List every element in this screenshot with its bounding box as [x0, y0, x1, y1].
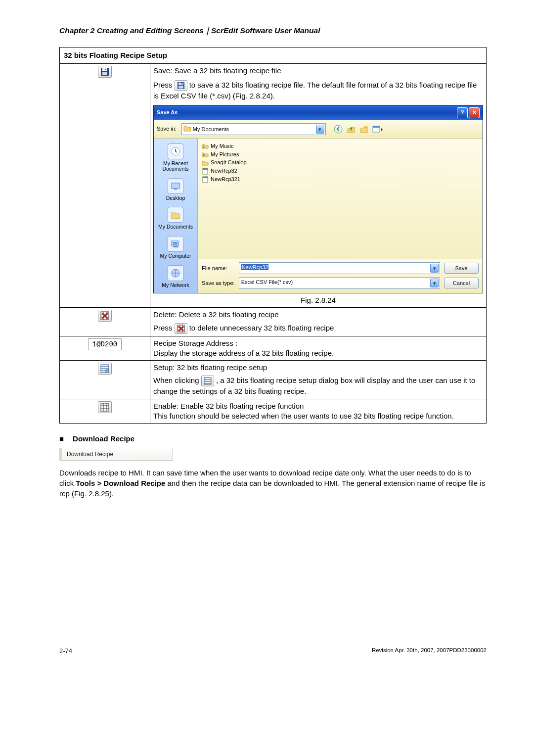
setup-icon-cell	[60, 361, 150, 399]
save-icon-cell	[60, 64, 150, 308]
svg-rect-3	[105, 69, 106, 70]
dialog-toolbar: Save in: My Documents ▾	[154, 120, 483, 139]
close-button[interactable]: ✕	[469, 107, 480, 118]
enable-grid-icon	[98, 401, 112, 413]
save-press: Press	[153, 81, 175, 89]
enable-icon-cell	[60, 399, 150, 424]
list-item[interactable]: NewRcp32	[202, 167, 479, 175]
place-network[interactable]: My Network	[157, 263, 194, 290]
enable-line2: This function should be selected when th…	[153, 411, 483, 421]
save-after: to save a 32 bits floating recipe file. …	[153, 81, 477, 100]
filename-field[interactable]: NewRcp32 ▾	[239, 262, 440, 274]
setup-before: When clicking	[153, 376, 201, 384]
list-item[interactable]: SnagIt Catalog	[202, 159, 479, 166]
enable-desc-cell: Enable: Enable 32 bits floating recipe f…	[150, 399, 487, 424]
delete-after: to delete unnecessary 32 bits floating r…	[189, 324, 336, 332]
page-footer: 2-74 Revision Apr. 30th, 2007, 2007PDD23…	[59, 647, 487, 655]
download-section-title: ■Download Recipe	[59, 434, 487, 443]
setup-sheet-icon	[98, 363, 112, 375]
page-number: 2-74	[59, 647, 72, 655]
delete-grid-icon	[175, 323, 187, 334]
svg-rect-1	[102, 68, 107, 71]
download-recipe-menu-item[interactable]: Download Recipe	[59, 448, 173, 461]
svg-rect-2	[102, 72, 107, 75]
floppy-icon	[175, 80, 187, 91]
setup-desc-cell: Setup: 32 bits floating recipe setup Whe…	[150, 361, 487, 399]
download-body: Downloads recipe to HMI. It can save tim…	[59, 468, 487, 499]
svg-point-8	[334, 125, 342, 133]
save-button[interactable]: Save	[444, 263, 479, 274]
svg-rect-24	[203, 177, 208, 178]
place-recent[interactable]: My Recent Documents	[157, 142, 194, 174]
saveastype-field[interactable]: Excel CSV File(*.csv) ▾	[239, 277, 440, 289]
svg-rect-14	[174, 189, 177, 189]
folder-icon	[183, 125, 191, 132]
addr-desc-cell: Recipe Storage Address : Display the sto…	[150, 336, 487, 361]
recipe-table: 32 bits Floating Recipe Setup Save: Save…	[59, 47, 487, 424]
bullet-icon: ■	[59, 434, 64, 443]
place-desktop[interactable]: Desktop	[157, 176, 194, 203]
svg-rect-13	[172, 183, 179, 189]
download-body-bold: Tools > Download Recipe	[76, 479, 165, 487]
svg-rect-29	[101, 403, 109, 411]
delete-press: Press	[153, 324, 175, 332]
revision-info: Revision Apr. 30th, 2007, 2007PDD2300000…	[372, 647, 487, 655]
list-item[interactable]: My Music	[202, 142, 479, 150]
addr-line1: Recipe Storage Address :	[153, 338, 483, 348]
svg-rect-5	[178, 83, 183, 85]
page-header: Chapter 2 Creating and Editing Screens｜S…	[59, 26, 487, 36]
svg-rect-11	[373, 126, 380, 128]
setup-sheet-icon	[201, 376, 214, 386]
up-icon[interactable]	[347, 125, 356, 134]
place-computer[interactable]: My Computer	[157, 234, 194, 261]
saveastype-label: Save as type:	[202, 280, 235, 287]
chevron-down-icon: ▾	[316, 125, 324, 134]
svg-rect-22	[203, 168, 208, 170]
delete-desc-cell: Delete: Delete a 32 bits floating recipe…	[150, 308, 487, 336]
save-line1: Save: Save a 32 bits floating recipe fil…	[153, 66, 483, 76]
back-icon[interactable]	[334, 125, 343, 134]
svg-rect-20	[203, 154, 205, 156]
svg-rect-7	[181, 83, 182, 84]
filename-label: File name:	[202, 265, 235, 272]
views-icon[interactable]	[372, 125, 383, 134]
figure-caption: Fig. 2.8.24	[153, 295, 483, 305]
chevron-down-icon: ▾	[430, 264, 439, 273]
addr-icon-cell: 1@D200	[60, 336, 150, 361]
savein-label: Save in:	[157, 125, 177, 133]
svg-point-9	[364, 126, 367, 129]
list-item[interactable]: My Pictures	[202, 151, 479, 158]
save-as-dialog: Save As ? ✕ Save in: My Documents	[153, 105, 483, 293]
delete-grid-icon	[98, 310, 112, 322]
delete-line1: Delete: Delete a 32 bits floating recipe	[153, 310, 483, 320]
dialog-title: Save As	[157, 109, 178, 116]
savein-value: My Documents	[193, 126, 229, 132]
list-item[interactable]: NewRcp321	[202, 176, 479, 183]
place-documents[interactable]: My Documents	[157, 205, 194, 232]
svg-point-19	[203, 146, 205, 148]
svg-rect-17	[173, 246, 178, 247]
chevron-down-icon: ▾	[430, 279, 439, 287]
savein-dropdown[interactable]: My Documents ▾	[181, 123, 326, 135]
table-title: 32 bits Floating Recipe Setup	[60, 47, 487, 64]
file-list-pane[interactable]: My Music My Pictures SnagIt Catalog NewR…	[198, 139, 483, 259]
svg-rect-16	[173, 242, 178, 245]
cancel-button[interactable]: Cancel	[444, 278, 479, 288]
addr-line2: Display the storage address of a 32 bits…	[153, 348, 483, 358]
new-folder-icon[interactable]	[359, 125, 368, 134]
floppy-icon	[98, 66, 112, 78]
svg-rect-6	[178, 86, 183, 89]
setup-line1: Setup: 32 bits floating recipe setup	[153, 363, 483, 373]
save-desc-cell: Save: Save a 32 bits floating recipe fil…	[150, 64, 487, 308]
places-bar: My Recent Documents Desktop My Documents	[154, 139, 198, 293]
delete-icon-cell	[60, 308, 150, 336]
address-box: 1@D200	[88, 338, 122, 351]
help-button[interactable]: ?	[457, 107, 468, 118]
enable-line1: Enable: Enable 32 bits floating recipe f…	[153, 401, 483, 411]
dialog-titlebar: Save As ? ✕	[154, 105, 483, 120]
